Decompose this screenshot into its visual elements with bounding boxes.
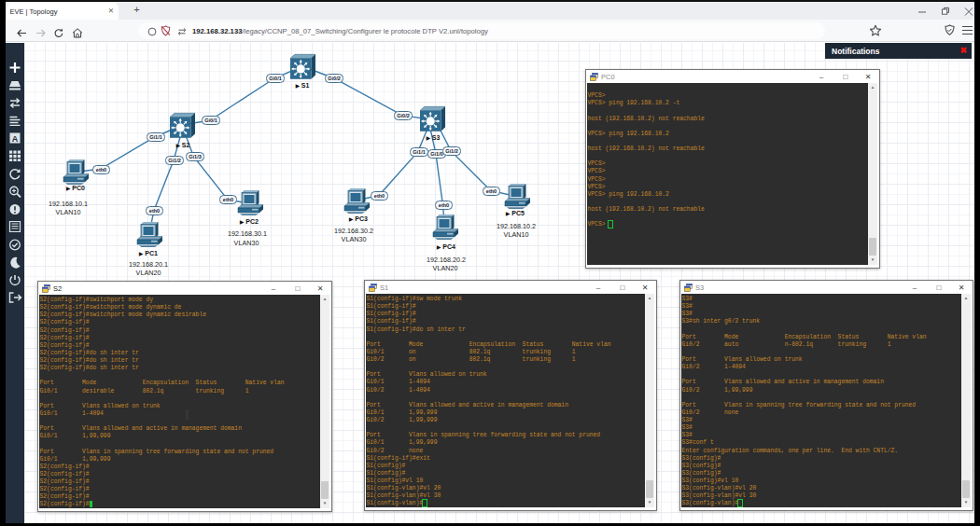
svg-text:A: A [12, 134, 19, 144]
